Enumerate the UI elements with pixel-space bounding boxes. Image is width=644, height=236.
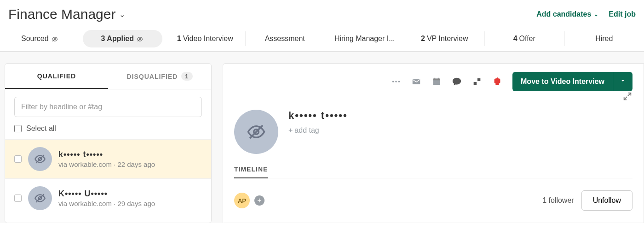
stage-count: 2 — [421, 35, 425, 42]
anonymized-icon — [51, 36, 59, 42]
svg-rect-10 — [474, 82, 477, 85]
candidate-sub: via workable.com · 22 days ago — [58, 160, 155, 168]
filter-input[interactable] — [14, 97, 202, 117]
candidate-checkbox[interactable] — [14, 195, 22, 202]
candidate-sidebar: QUALIFIED DISQUALIFIED 1 Select all k•••… — [5, 63, 212, 223]
stage-label: Video Interview — [183, 35, 233, 42]
candidate-detail-panel: Move to Video Interview k••••• t••••• + … — [223, 63, 644, 223]
chevron-down-icon: ⌄ — [594, 11, 598, 18]
candidate-name: k••••• t••••• — [58, 150, 155, 159]
edit-job-label: Edit job — [609, 10, 636, 18]
comment-icon[interactable] — [452, 77, 462, 87]
move-stage-label: Move to Video Interview — [512, 72, 613, 91]
add-tag-label: add tag — [294, 126, 319, 135]
stage-tab[interactable]: Hired — [564, 26, 644, 51]
follower-avatar[interactable]: AP — [234, 193, 250, 208]
stage-label: Offer — [519, 35, 535, 42]
select-all-checkbox[interactable] — [14, 125, 22, 132]
evaluation-icon[interactable] — [472, 77, 482, 87]
candidate-row[interactable]: K••••• U•••••via workable.com · 29 days … — [5, 178, 211, 218]
job-title-text: Finance Manager — [8, 6, 115, 22]
tab-disqualified[interactable]: DISQUALIFIED 1 — [108, 64, 211, 89]
stage-label: Assessment — [265, 35, 305, 42]
select-all-label: Select all — [26, 124, 56, 133]
tab-disqualified-label: DISQUALIFIED — [126, 73, 178, 80]
tab-qualified[interactable]: QUALIFIED — [5, 64, 108, 89]
stage-label: Hired — [595, 35, 613, 42]
stage-tab[interactable]: Hiring Manager I... — [325, 26, 405, 51]
edit-job-link[interactable]: Edit job — [609, 10, 636, 18]
stage-tab[interactable]: 3Applied — [83, 30, 163, 47]
svg-rect-11 — [477, 78, 480, 81]
stage-label: Sourced — [21, 35, 49, 42]
svg-point-4 — [398, 81, 400, 83]
disqualified-count-badge: 1 — [181, 72, 192, 81]
tab-qualified-label: QUALIFIED — [37, 72, 76, 80]
candidate-avatar-small — [28, 147, 52, 171]
candidate-row[interactable]: k••••• t•••••via workable.com · 22 days … — [5, 139, 211, 178]
calendar-icon[interactable] — [431, 77, 442, 87]
move-stage-dropdown[interactable] — [613, 72, 632, 91]
candidate-name: k••••• t••••• — [288, 110, 348, 122]
stage-label: Applied — [107, 35, 134, 42]
stage-label: VP Interview — [427, 35, 468, 42]
candidate-avatar — [234, 110, 278, 154]
stage-tab[interactable]: 4Offer — [484, 26, 564, 51]
candidate-name: K••••• U••••• — [58, 189, 155, 199]
add-follower-button[interactable]: + — [254, 195, 264, 206]
add-candidates-label: Add candidates — [536, 10, 591, 18]
stage-label: Hiring Manager I... — [334, 35, 395, 42]
chevron-down-icon: ⌄ — [119, 10, 125, 19]
svg-point-3 — [395, 81, 397, 83]
plus-icon: + — [288, 126, 293, 135]
follower-count: 1 follower — [542, 196, 574, 205]
stage-tab[interactable]: 1Video Interview — [165, 26, 245, 51]
add-tag-button[interactable]: + add tag — [288, 126, 348, 135]
candidate-avatar-small — [28, 186, 52, 210]
stage-count: 1 — [177, 35, 181, 42]
unfollow-button[interactable]: Unfollow — [581, 190, 632, 211]
candidate-sub: via workable.com · 29 days ago — [58, 200, 155, 207]
candidate-checkbox[interactable] — [14, 155, 22, 163]
stage-tab[interactable]: Sourced — [0, 26, 80, 51]
pipeline-stages: Sourced3Applied1Video InterviewAssessmen… — [0, 26, 644, 52]
stage-tab[interactable]: 2VP Interview — [405, 26, 485, 51]
svg-rect-7 — [433, 79, 440, 81]
job-title-dropdown[interactable]: Finance Manager ⌄ — [8, 6, 125, 22]
svg-point-2 — [392, 81, 394, 83]
move-stage-button[interactable]: Move to Video Interview — [512, 72, 632, 91]
add-candidates-dropdown[interactable]: Add candidates ⌄ — [536, 10, 598, 18]
email-icon[interactable] — [411, 77, 421, 87]
svg-rect-5 — [413, 79, 420, 84]
more-options-icon[interactable] — [391, 77, 401, 87]
stage-count: 4 — [513, 35, 518, 42]
tab-timeline[interactable]: TIMELINE — [234, 165, 268, 178]
anonymized-icon — [136, 36, 144, 42]
disqualify-icon[interactable] — [492, 77, 502, 87]
stage-tab[interactable]: Assessment — [245, 26, 325, 51]
stage-count: 3 — [101, 35, 105, 42]
expand-icon[interactable] — [622, 91, 632, 101]
